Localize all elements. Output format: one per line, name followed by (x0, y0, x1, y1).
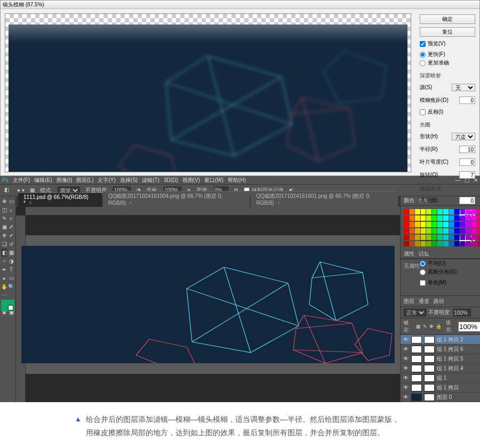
swatch[interactable] (454, 241, 460, 246)
layer-row[interactable]: 👁组 1 拷贝 5 (401, 354, 480, 364)
layer-row[interactable]: 👁组 1 拷贝 2 (401, 335, 480, 345)
swatch[interactable] (437, 209, 443, 214)
swatch[interactable] (466, 228, 471, 234)
eyedropper-tool[interactable]: ✐ (8, 223, 14, 231)
swatch[interactable] (466, 241, 471, 246)
frame-tool[interactable]: ▣ (1, 223, 7, 231)
swatch[interactable] (477, 215, 480, 221)
swatch[interactable] (471, 215, 477, 221)
gradient-tool[interactable]: ▦ (8, 249, 14, 257)
visibility-eye-icon[interactable]: 👁 (403, 375, 409, 381)
swatch[interactable] (454, 228, 460, 234)
lasso-tool[interactable]: ⌕ (8, 206, 14, 214)
hand-tool[interactable]: ✋ (1, 283, 7, 291)
swatch[interactable] (477, 209, 480, 214)
swatch[interactable] (437, 228, 443, 234)
menu-window[interactable]: 窗口(W) (204, 177, 223, 184)
swatch[interactable] (466, 222, 471, 227)
swatch[interactable] (426, 235, 431, 240)
blade-curv-input[interactable] (459, 158, 475, 166)
edit-toolbar[interactable]: ⋯ (1, 291, 7, 299)
swatch[interactable] (477, 228, 480, 234)
menu-edit[interactable]: 编辑(E) (34, 177, 52, 184)
uniform-radio[interactable]: 平均(U) (420, 260, 475, 267)
gaussian-radio[interactable]: 高斯分布(G) (420, 268, 475, 276)
swatch[interactable] (466, 209, 471, 214)
swatch[interactable] (477, 241, 480, 246)
swatch[interactable] (426, 228, 431, 234)
swatch[interactable] (460, 241, 466, 246)
layer-row[interactable]: 👁组 1 拷贝 4 (401, 364, 480, 373)
menu-file[interactable]: 文件(F) (13, 177, 30, 184)
preview-canvas[interactable] (5, 13, 411, 172)
lock-position-icon[interactable]: ✥ (429, 324, 434, 329)
brush-tool[interactable]: ✔ (8, 231, 14, 239)
swatch[interactable] (404, 209, 409, 214)
properties-tab[interactable]: 属性 (404, 250, 414, 258)
swatch[interactable] (437, 222, 443, 227)
swatch[interactable] (443, 215, 449, 221)
swatch[interactable] (432, 241, 437, 246)
menu-image[interactable]: 图像(I) (57, 177, 72, 184)
color-tab[interactable]: 颜色 (404, 197, 414, 204)
swatch[interactable] (443, 222, 449, 227)
pen-tool[interactable]: ✒ (1, 266, 7, 274)
swatch[interactable] (415, 209, 420, 214)
swatch[interactable] (410, 235, 415, 240)
invert-checkbox[interactable]: 反相(I) (420, 108, 475, 116)
menu-layer[interactable]: 图层(L) (76, 177, 93, 184)
accurate-radio[interactable]: 更加准确 (420, 59, 475, 67)
lock-all-icon[interactable]: 🔒 (436, 324, 442, 329)
menu-select[interactable]: 选择(S) (120, 177, 138, 184)
shape-select[interactable]: 六边形 (452, 133, 475, 140)
zoom-tool[interactable]: 🔍 (8, 283, 14, 291)
swatch[interactable] (471, 222, 477, 227)
swatch[interactable] (437, 215, 443, 221)
swatch[interactable] (404, 228, 409, 234)
type-tool[interactable]: T (8, 266, 14, 274)
cancel-button[interactable]: 复位 (420, 27, 475, 37)
swatch[interactable] (415, 235, 420, 240)
layers-tab[interactable]: 图层 (404, 298, 414, 305)
tab-2[interactable]: QQ截图20171024161004.png @ 66.7% (图层 0, RG… (103, 191, 250, 207)
visibility-eye-icon[interactable]: 👁 (403, 365, 409, 372)
quick-select-tool[interactable]: ✎ (1, 214, 7, 222)
swatch[interactable] (449, 209, 454, 214)
swatch[interactable] (404, 241, 409, 246)
tab-1[interactable]: 1111.psd @ 66.7%(RGB/8) *× (18, 193, 102, 207)
close-icon[interactable]: × (277, 200, 281, 206)
swatch[interactable] (454, 235, 460, 240)
swatch[interactable] (471, 209, 477, 214)
swatch[interactable] (410, 215, 415, 221)
layer-row[interactable]: 👁组 1 拷贝 6 (401, 345, 480, 354)
preview-checkbox[interactable]: 预览(V) (420, 40, 475, 47)
radius-input[interactable] (459, 146, 475, 153)
visibility-eye-icon[interactable]: 👁 (403, 394, 409, 401)
brightness-input[interactable] (459, 197, 475, 204)
swatch[interactable] (426, 215, 431, 221)
eraser-tool[interactable]: ◧ (1, 249, 7, 257)
healing-tool[interactable]: ❉ (1, 231, 7, 239)
swatch[interactable] (421, 222, 426, 227)
swatch[interactable] (426, 241, 431, 246)
swatch[interactable] (443, 235, 449, 240)
foreground-color[interactable] (1, 300, 14, 311)
swatch[interactable] (410, 222, 415, 227)
swatch[interactable] (404, 222, 409, 227)
swatch[interactable] (415, 228, 420, 234)
ruler-horizontal[interactable] (26, 207, 400, 215)
swatch[interactable] (421, 209, 426, 214)
source-select[interactable]: 无 (452, 84, 475, 91)
swatch[interactable] (471, 228, 477, 234)
visibility-eye-icon[interactable]: 👁 (403, 385, 409, 391)
faster-radio[interactable]: 更快(F) (420, 51, 475, 58)
swatch[interactable] (443, 209, 449, 214)
paths-tab[interactable]: 路径 (434, 298, 444, 305)
monochrome-checkbox[interactable]: 单色(M) (420, 279, 475, 286)
close-icon[interactable]: × (29, 200, 32, 206)
swatch[interactable] (477, 222, 480, 227)
swatch[interactable] (460, 235, 466, 240)
swatch[interactable] (449, 222, 454, 227)
path-select-tool[interactable]: ▸ (1, 274, 7, 282)
blur-tool[interactable]: ○ (1, 257, 7, 265)
